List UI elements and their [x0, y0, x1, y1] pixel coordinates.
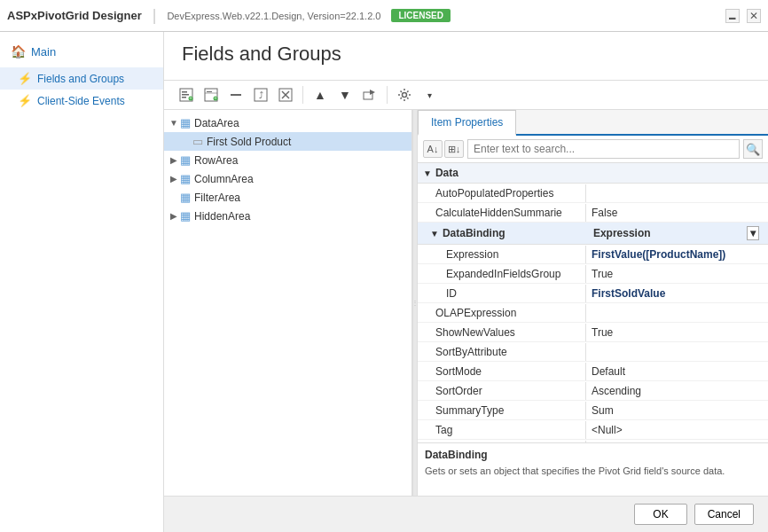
prop-name-calculate-hidden: CalculateHiddenSummarie — [418, 204, 586, 222]
prop-row-show-new-values: ShowNewValues True — [418, 323, 768, 342]
move-to-icon: ⤴ — [254, 88, 268, 102]
sidebar-item-fields-and-groups[interactable]: ⚡ Fields and Groups — [0, 67, 163, 90]
sidebar-item-label: Client-Side Events — [37, 95, 125, 107]
tree-item-filter-area[interactable]: ▦ FilterArea — [164, 188, 411, 207]
main-content: Fields and Groups + — [164, 32, 768, 532]
search-icon: 🔍 — [746, 143, 760, 156]
tree-label-column-area: ColumnArea — [194, 173, 254, 185]
tree-item-column-area[interactable]: ▶ ▦ ColumnArea — [164, 169, 411, 188]
prop-name-expression: Expression — [418, 246, 586, 263]
prop-row-expression: Expression FirstValue([ProductName]) — [418, 245, 768, 264]
tree-label-first-sold: First Sold Product — [207, 136, 291, 148]
sort-alpha-button[interactable]: A↓ — [423, 140, 443, 158]
move-up-button[interactable]: ▲ — [309, 84, 332, 106]
remove-button[interactable] — [224, 84, 247, 106]
prop-value-sort-by-attr — [586, 349, 768, 355]
tree-toggle-column-area[interactable]: ▶ — [168, 173, 180, 185]
svg-text:+: + — [214, 95, 217, 100]
tree-panel: ▼ ▦ DataArea ▭ First Sold Product ▶ ▦ Ro… — [164, 110, 412, 496]
prop-name-sort-order: SortOrder — [418, 382, 586, 400]
row-area-icon: ▦ — [180, 153, 191, 167]
clear-button[interactable] — [274, 84, 297, 106]
prop-row-expanded-in-fields: ExpandedInFieldsGroup True — [418, 264, 768, 284]
section-toggle-icon: ▼ — [423, 168, 432, 178]
hidden-area-icon: ▦ — [180, 209, 191, 223]
property-description: DataBinding Gets or sets an object that … — [418, 442, 768, 496]
prop-value-expression[interactable]: FirstValue([ProductName]) — [586, 246, 768, 263]
prop-name-sort-mode: SortMode — [418, 363, 586, 380]
prop-row-tag: Tag <Null> — [418, 420, 768, 440]
tree-item-data-area[interactable]: ▼ ▦ DataArea — [164, 113, 411, 132]
settings-dropdown-button[interactable]: ▾ — [418, 84, 441, 106]
ok-button[interactable]: OK — [634, 504, 686, 525]
prop-row-summary-type: SummaryType Sum — [418, 401, 768, 420]
svg-point-18 — [403, 93, 407, 98]
prop-name-tag: Tag — [418, 421, 586, 439]
add-icon: + — [179, 88, 193, 102]
prop-value-sort-mode[interactable]: Default — [586, 363, 768, 380]
tree-item-hidden-area[interactable]: ▶ ▦ HiddenArea — [164, 207, 411, 225]
props-tabs: Item Properties — [418, 110, 768, 136]
events-icon: ⚡ — [18, 94, 32, 107]
title-separator: | — [153, 6, 157, 25]
prop-name-id: ID — [418, 285, 586, 302]
section-data-label: Data — [435, 167, 458, 179]
move-to-area-button[interactable] — [358, 84, 381, 106]
prop-row-auto-populated: AutoPopulatedProperties — [418, 184, 768, 203]
tree-toggle-hidden-area[interactable]: ▶ — [168, 210, 180, 223]
add-button[interactable]: + — [175, 84, 198, 106]
minimize-button[interactable]: 🗕 — [725, 9, 740, 23]
sort-category-button[interactable]: ⊞↓ — [444, 140, 464, 158]
data-binding-dropdown-icon[interactable]: ▾ — [747, 226, 759, 240]
prop-value-auto-populated — [586, 191, 768, 196]
tree-toggle-data-area[interactable]: ▼ — [168, 117, 180, 129]
cancel-button[interactable]: Cancel — [694, 504, 754, 525]
tree-label-filter-area: FilterArea — [194, 192, 240, 204]
data-binding-value: Expression — [593, 227, 747, 239]
sidebar-section: ⚡ Fields and Groups ⚡ Client-Side Events — [0, 64, 163, 115]
search-input[interactable] — [467, 139, 740, 159]
search-button[interactable]: 🔍 — [743, 139, 763, 159]
prop-value-calculate-hidden[interactable]: False — [586, 204, 768, 222]
filter-area-icon: ▦ — [180, 191, 191, 204]
close-button[interactable]: ✕ — [747, 9, 761, 23]
section-data[interactable]: ▼ Data — [418, 163, 768, 184]
tree-item-first-sold-product[interactable]: ▭ First Sold Product — [164, 132, 411, 151]
prop-name-expanded-in-fields: ExpandedInFieldsGroup — [418, 265, 586, 283]
clear-icon — [278, 88, 293, 102]
settings-button[interactable] — [393, 84, 416, 106]
move-to-button[interactable]: ⤴ — [249, 84, 272, 106]
prop-row-id: ID FirstSoldValue — [418, 284, 768, 303]
desc-text: Gets or sets an object that specifies th… — [425, 465, 761, 478]
prop-value-sort-order[interactable]: Ascending — [586, 382, 768, 400]
prop-row-calculate-hidden: CalculateHiddenSummarie False — [418, 203, 768, 223]
prop-row-sort-by-attr: SortByAttribute — [418, 342, 768, 362]
add-field-button[interactable]: + — [200, 84, 223, 106]
version-label: DevExpress.Web.v22.1.Design, Version=22.… — [167, 11, 380, 21]
sidebar-main[interactable]: 🏠 Main — [0, 39, 163, 64]
sidebar-item-client-side-events[interactable]: ⚡ Client-Side Events — [0, 90, 163, 112]
toolbar-separator-2 — [387, 86, 388, 104]
prop-value-tag[interactable]: <Null> — [586, 421, 768, 439]
prop-value-show-new-values[interactable]: True — [586, 324, 768, 341]
tree-label-row-area: RowArea — [194, 154, 238, 167]
desc-title: DataBinding — [425, 449, 761, 461]
prop-value-id[interactable]: FirstSoldValue — [586, 285, 768, 302]
fields-icon: ⚡ — [18, 72, 32, 85]
app-name: ASPxPivotGrid Designer — [7, 9, 142, 22]
sidebar-main-label: Main — [31, 45, 56, 59]
prop-row-sort-mode: SortMode Default — [418, 362, 768, 381]
prop-name-olap: OLAPExpression — [418, 304, 586, 322]
prop-name-show-new-values: ShowNewValues — [418, 324, 586, 341]
section-data-binding[interactable]: ▼ DataBinding Expression ▾ — [418, 223, 768, 245]
tree-item-row-area[interactable]: ▶ ▦ RowArea — [164, 151, 411, 169]
dropdown-arrow-icon: ▾ — [427, 90, 432, 100]
prop-value-expanded-in-fields[interactable]: True — [586, 265, 768, 283]
tree-toggle-row-area[interactable]: ▶ — [168, 154, 180, 167]
search-icon-group: A↓ ⊞↓ — [423, 140, 464, 158]
prop-value-summary-type[interactable]: Sum — [586, 402, 768, 419]
tab-item-properties[interactable]: Item Properties — [418, 110, 516, 136]
content-header: Fields and Groups — [164, 32, 768, 81]
move-down-button[interactable]: ▼ — [333, 84, 357, 106]
toolbar-separator — [302, 86, 303, 104]
